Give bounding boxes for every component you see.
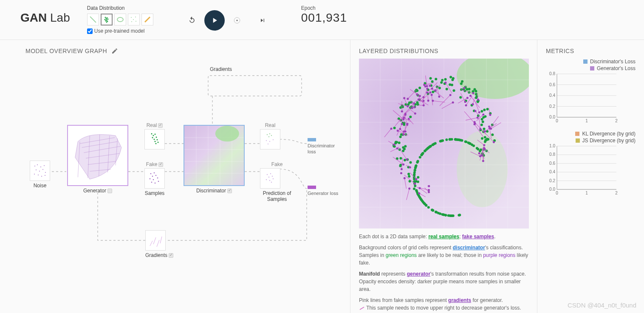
svg-text:0.0: 0.0 (549, 115, 555, 119)
distribution-scatter[interactable] (128, 14, 140, 25)
app-logo: GAN Lab (20, 5, 70, 25)
svg-point-441 (413, 102, 415, 104)
svg-point-50 (151, 182, 153, 183)
svg-text:2: 2 (615, 191, 618, 195)
gradients-top-label: Gradients (210, 66, 232, 72)
layered-canvas (359, 59, 529, 228)
svg-point-401 (414, 113, 416, 115)
pretrained-checkbox[interactable] (87, 28, 93, 34)
svg-point-413 (478, 152, 480, 155)
svg-point-306 (449, 76, 452, 78)
svg-point-136 (460, 82, 463, 85)
svg-point-40 (157, 139, 158, 141)
svg-point-152 (432, 90, 434, 93)
svg-point-519 (472, 103, 474, 105)
svg-line-540 (360, 307, 364, 310)
svg-text:0.2: 0.2 (549, 178, 555, 183)
model-overview-panel: MODEL OVERVIEW GRAPH (0, 40, 350, 313)
data-distribution-label: Data Distribution (87, 5, 153, 11)
svg-point-26 (39, 171, 40, 172)
svg-point-479 (438, 96, 440, 98)
discriminator-node[interactable]: Discriminator (184, 125, 245, 194)
svg-point-6 (106, 20, 107, 21)
svg-line-79 (150, 241, 153, 246)
distribution-cluster[interactable] (101, 14, 113, 25)
reset-button[interactable] (187, 16, 197, 25)
generator-toggle[interactable] (107, 189, 112, 193)
svg-point-189 (414, 169, 416, 172)
svg-text:0: 0 (556, 118, 558, 123)
svg-point-242 (468, 88, 471, 90)
svg-point-305 (461, 139, 463, 142)
real-toggle[interactable] (158, 123, 163, 128)
svg-point-531 (404, 177, 406, 179)
svg-point-30 (38, 175, 39, 175)
svg-point-485 (396, 147, 398, 149)
svg-point-339 (458, 139, 461, 141)
svg-point-148 (444, 78, 447, 81)
svg-point-359 (452, 214, 455, 217)
play-button[interactable] (204, 10, 225, 31)
distribution-line[interactable] (87, 14, 99, 25)
svg-point-377 (489, 114, 491, 116)
svg-point-274 (484, 115, 486, 118)
svg-point-379 (411, 107, 413, 109)
step-button[interactable] (258, 16, 267, 25)
svg-point-254 (481, 118, 483, 121)
svg-point-205 (421, 152, 424, 155)
gradients-link[interactable]: gradients (448, 297, 471, 303)
model-overview-title: MODEL OVERVIEW GRAPH (25, 48, 340, 54)
svg-point-63 (267, 134, 268, 135)
playback-controls (187, 5, 267, 31)
svg-point-113 (445, 138, 448, 141)
generator-node[interactable]: Generator (67, 125, 128, 194)
fake-samples-link[interactable]: fake samples (462, 234, 494, 240)
layered-legend: Each dot is a 2D data sample: real sampl… (359, 233, 528, 312)
svg-point-239 (431, 144, 434, 146)
real-samples-link[interactable]: real samples (428, 234, 459, 240)
svg-point-42 (158, 142, 159, 143)
svg-point-331 (420, 198, 423, 201)
svg-point-68 (269, 141, 270, 142)
svg-point-259 (416, 161, 419, 163)
svg-point-357 (415, 165, 417, 168)
svg-point-489 (402, 164, 404, 166)
fake-toggle[interactable] (158, 162, 163, 167)
svg-point-251 (465, 141, 467, 143)
svg-point-356 (429, 77, 432, 80)
generator-loss-label: Generator loss (308, 184, 342, 196)
svg-text:0.4: 0.4 (549, 93, 555, 98)
svg-point-49 (157, 178, 158, 179)
svg-point-338 (402, 146, 404, 149)
svg-point-515 (401, 168, 403, 170)
svg-point-12 (135, 17, 136, 17)
svg-text:0.2: 0.2 (549, 104, 555, 109)
svg-text:2: 2 (615, 118, 618, 123)
svg-point-473 (423, 100, 425, 102)
svg-point-403 (475, 110, 477, 112)
svg-point-154 (408, 175, 410, 178)
gradients-toggle[interactable] (169, 253, 173, 258)
svg-point-32 (45, 175, 45, 176)
svg-rect-19 (208, 76, 302, 96)
svg-point-48 (153, 179, 154, 180)
svg-point-194 (431, 80, 434, 83)
distribution-diagonal[interactable] (141, 14, 153, 25)
generator-link[interactable]: generator (407, 271, 430, 277)
svg-point-76 (269, 180, 270, 181)
slow-button[interactable] (232, 16, 242, 25)
svg-point-505 (402, 118, 404, 121)
svg-point-537 (408, 118, 410, 120)
svg-point-491 (488, 126, 490, 128)
pretrained-checkbox-row[interactable]: Use pre-trained model (87, 28, 153, 34)
distribution-ring[interactable] (114, 14, 126, 25)
discriminator-toggle[interactable] (227, 189, 232, 193)
svg-point-150 (404, 159, 406, 161)
svg-point-220 (399, 135, 402, 138)
edit-icon[interactable] (111, 48, 118, 54)
svg-point-256 (438, 87, 441, 89)
svg-point-310 (461, 80, 463, 83)
svg-point-437 (477, 117, 479, 119)
discriminator-link[interactable]: discriminator (453, 245, 485, 251)
svg-point-29 (34, 174, 35, 175)
